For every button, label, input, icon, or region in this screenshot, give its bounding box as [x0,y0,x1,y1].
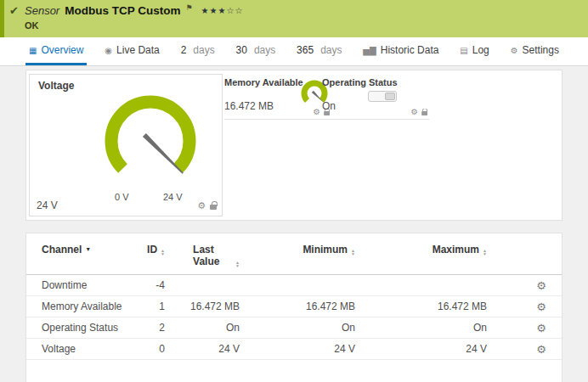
tab-30-days-unit: days [254,44,275,56]
channel-maximum: On [355,322,487,334]
gear-icon[interactable]: ⚙ [197,201,206,210]
tab-overview-label: Overview [41,44,83,56]
tab-30-days[interactable]: 30 days [233,37,280,65]
tab-365-days-number: 365 [297,44,314,56]
column-header-maximum-label: Maximum [433,244,479,256]
channel-settings-icon[interactable]: ⚙ [536,322,546,334]
tab-2-days-unit: days [193,44,214,56]
sensor-header: ✔ Sensor Modbus TCP Custom ⚑ ★★★☆☆ OK [0,0,588,37]
status-stripe [0,0,4,37]
live-data-icon: ◉ [105,46,112,55]
table-row-voltage[interactable]: Voltage 0 24 V 24 V 24 V ⚙ [26,339,562,360]
column-header-maximum[interactable]: Maximum▲▼ [355,244,487,256]
tab-log[interactable]: ▤ Log [456,37,492,65]
channel-minimum: 24 V [240,343,355,355]
tab-live-data-label: Live Data [116,44,160,56]
memory-channel-block: Memory Available 16.472 MB ⚙ [224,77,331,120]
tab-365-days[interactable]: 365 days [293,37,345,65]
voltage-gauge-box: Voltage 0 V 24 V 24 V ⚙ [29,74,223,216]
channel-maximum: 16.472 MB [355,301,487,312]
historic-data-icon: ▅▇ [363,46,376,55]
ok-check-icon: ✔ [9,4,19,17]
sort-icon[interactable]: ▲▼ [235,261,240,267]
operating-status-controls: ⚙ [411,109,427,116]
voltage-scale-min: 0 V [115,192,129,202]
tab-30-days-number: 30 [236,44,247,56]
channel-settings-icon[interactable]: ⚙ [536,343,546,356]
gauge-needle [143,133,184,174]
memory-current-value: 16.472 MB [224,100,274,112]
table-row-operating-status[interactable]: Operating Status 2 On On On ⚙ [26,317,562,339]
column-header-minimum-label: Minimum [302,244,348,256]
prtg-sensor-page: ✔ Sensor Modbus TCP Custom ⚑ ★★★☆☆ OK ▦ … [0,0,588,382]
column-header-channel-label: Channel [42,244,82,256]
tab-live-data[interactable]: ◉ Live Data [101,37,162,65]
channel-name[interactable]: Voltage [42,343,127,355]
column-header-id-label: ID [147,244,157,256]
sensor-title-row: Sensor Modbus TCP Custom ⚑ ★★★☆☆ [25,4,243,17]
settings-gear-icon: ⚙ [511,46,518,55]
switch-knob [385,93,395,100]
table-row-memory-available[interactable]: Memory Available 1 16.472 MB 16.472 MB 1… [26,296,562,317]
channel-name[interactable]: Operating Status [42,322,127,334]
tab-historic-data[interactable]: ▅▇ Historic Data [359,37,442,65]
object-type-label: Sensor [25,4,59,17]
channel-last-value: On [165,322,240,334]
column-header-channel[interactable]: Channel▼ [42,244,127,256]
column-header-id[interactable]: ID▲▼ [127,244,165,256]
page-title: Modbus TCP Custom [65,4,180,17]
memory-channel-title: Memory Available [224,77,303,87]
tab-settings[interactable]: ⚙ Settings [507,37,563,65]
channel-minimum: 16.472 MB [240,301,355,312]
gear-icon[interactable]: ⚙ [411,109,418,116]
tab-historic-data-label: Historic Data [381,44,439,56]
gauges-panel: Voltage 0 V 24 V 24 V ⚙ Memory Available [25,70,563,221]
channel-table: Channel▼ ID▲▼ Last Value▲▼ Minimum▲▼ Max… [25,233,563,382]
priority-stars[interactable]: ★★★☆☆ [201,6,244,15]
channel-last-value: 16.472 MB [165,301,240,312]
channel-name[interactable]: Downtime [42,279,127,291]
overview-content: Voltage 0 V 24 V 24 V ⚙ Memory Available [0,66,588,382]
voltage-gauge-title: Voltage [38,80,74,92]
channel-settings-icon[interactable]: ⚙ [536,279,546,292]
tab-bar: ▦ Overview ◉ Live Data 2 days 30 days 36… [0,37,588,66]
operating-status-block: Operating Status On ⚙ [322,77,429,120]
table-row-downtime[interactable]: Downtime -4 ⚙ [26,275,562,296]
voltage-gauge-controls: ⚙ [197,201,217,210]
operating-status-switch [368,91,397,102]
lock-icon[interactable] [210,205,217,210]
log-icon: ▤ [460,46,467,55]
voltage-current-value: 24 V [37,199,58,211]
channel-dropdown-icon[interactable]: ▼ [85,246,91,252]
sensor-status-badge: OK [25,20,39,31]
tab-2-days-number: 2 [181,44,187,56]
overview-icon: ▦ [29,46,37,55]
channel-settings-icon[interactable]: ⚙ [536,301,546,313]
tab-log-label: Log [472,44,489,56]
stars-filled[interactable]: ★★★ [201,6,227,15]
sort-icon[interactable]: ▲▼ [483,250,487,256]
channel-id: 1 [127,301,165,312]
column-header-last-value-label: Last Value [193,244,232,267]
gear-icon[interactable]: ⚙ [314,109,320,116]
priority-flag-icon[interactable]: ⚑ [185,3,192,12]
voltage-scale-max: 24 V [163,192,183,202]
tab-365-days-unit: days [320,44,342,56]
channel-last-value: 24 V [165,343,240,355]
channel-maximum: 24 V [355,343,487,355]
channel-name[interactable]: Memory Available [42,301,127,312]
tab-settings-label: Settings [523,44,559,56]
channel-id: -4 [127,279,165,291]
column-header-minimum[interactable]: Minimum▲▼ [240,244,355,256]
stars-empty[interactable]: ☆☆ [226,6,243,15]
voltage-gauge [93,88,208,188]
lock-icon[interactable] [421,111,427,115]
channel-table-header: Channel▼ ID▲▼ Last Value▲▼ Minimum▲▼ Max… [26,233,562,275]
column-header-last-value[interactable]: Last Value▲▼ [165,244,240,267]
channel-id: 2 [127,322,165,334]
channel-id: 0 [127,343,165,355]
tab-overview[interactable]: ▦ Overview [25,37,87,65]
tab-2-days[interactable]: 2 days [178,37,218,65]
operating-status-value: On [322,100,336,112]
channel-minimum: On [240,322,355,334]
